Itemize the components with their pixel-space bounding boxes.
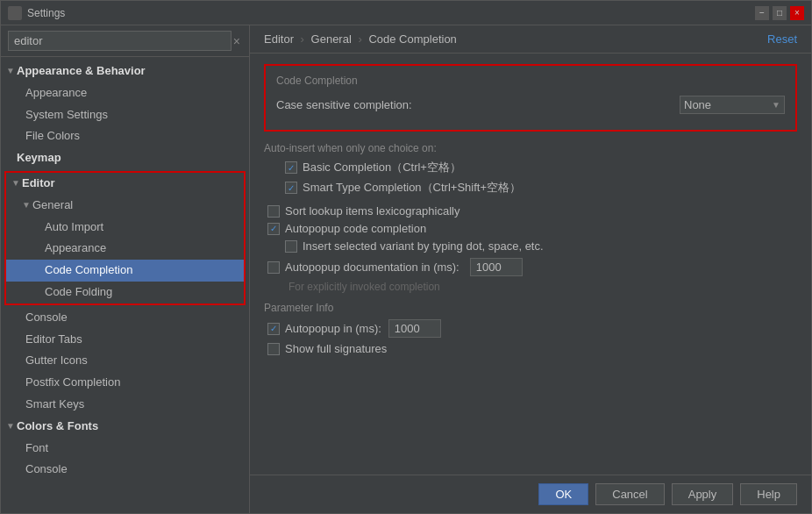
sidebar-item-console2[interactable]: Console	[1, 459, 249, 481]
smart-type-checkbox[interactable]	[285, 182, 297, 194]
basic-completion-label: Basic Completion（Ctrl+空格）	[303, 160, 461, 175]
sidebar-item-keymap[interactable]: ▶ Keymap	[1, 147, 249, 169]
arrow-icon: ▼	[6, 64, 17, 78]
sidebar-item-console[interactable]: Console	[1, 307, 249, 329]
close-button[interactable]: ×	[790, 6, 804, 20]
panel-body: Code Completion Case sensitive completio…	[250, 54, 811, 475]
parameter-info-section: Parameter Info Autopopup in (ms): Show f…	[264, 302, 797, 355]
breadcrumb-sep-1: ›	[301, 32, 304, 46]
autopopup-doc-row: Autopopup documentation in (ms):	[264, 258, 797, 276]
sidebar-item-editor-tabs[interactable]: Editor Tabs	[1, 329, 249, 351]
parameter-info-title: Parameter Info	[264, 302, 797, 314]
sidebar-item-system-settings[interactable]: System Settings	[1, 104, 249, 126]
show-full-row: Show full signatures	[264, 342, 797, 355]
search-clear-button[interactable]: ×	[231, 34, 242, 48]
breadcrumb-part-3: Code Completion	[368, 32, 456, 46]
autopopup-row: Autopopup code completion	[264, 222, 797, 235]
autopopup-doc-hint: For explicitly invoked completion	[264, 281, 797, 293]
sidebar-item-postfix-completion[interactable]: Postfix Completion	[1, 372, 249, 394]
sidebar-item-appearance-behavior[interactable]: ▼ Appearance & Behavior	[1, 61, 249, 82]
show-full-label: Show full signatures	[285, 342, 387, 355]
sidebar-item-auto-import[interactable]: Auto Import	[6, 217, 244, 239]
breadcrumb: Editor › General › Code Completion	[264, 32, 457, 46]
case-sensitive-dropdown[interactable]: None ▼	[680, 96, 785, 114]
dropdown-arrow-icon: ▼	[772, 100, 780, 110]
insert-selected-row: Insert selected variant by typing dot, s…	[264, 239, 797, 253]
sort-lookup-row: Sort lookup items lexicographically	[264, 204, 797, 218]
sidebar-item-file-colors[interactable]: File Colors	[1, 125, 249, 147]
auto-insert-title: Auto-insert when only one choice on:	[264, 142, 797, 154]
insert-selected-label: Insert selected variant by typing dot, s…	[303, 239, 544, 253]
smart-type-label: Smart Type Completion（Ctrl+Shift+空格）	[303, 180, 521, 196]
sidebar-item-general[interactable]: ▼ General	[6, 195, 244, 217]
basic-completion-checkbox[interactable]	[285, 161, 297, 174]
help-button[interactable]: Help	[740, 483, 797, 505]
sidebar-item-code-folding[interactable]: Code Folding	[6, 282, 244, 303]
footer: OK Cancel Apply Help	[250, 475, 811, 513]
editor-section-highlight: ▼ Editor ▼ General Auto Import Appearanc…	[4, 171, 246, 305]
right-panel: Editor › General › Code Completion Reset…	[250, 25, 811, 513]
autopopup-checkbox[interactable]	[267, 223, 280, 235]
options-section: Sort lookup items lexicographically Auto…	[264, 204, 797, 293]
editor-arrow-icon: ▼	[11, 176, 22, 190]
autopopup-label: Autopopup code completion	[285, 222, 426, 235]
sidebar-tree: ▼ Appearance & Behavior Appearance Syste…	[1, 57, 249, 513]
breadcrumb-bar: Editor › General › Code Completion Reset	[250, 25, 811, 54]
sidebar-item-code-completion[interactable]: Code Completion	[6, 260, 244, 282]
colors-arrow-icon: ▼	[6, 419, 17, 433]
autopopup-doc-label: Autopopup documentation in (ms):	[285, 261, 459, 274]
sidebar-item-font[interactable]: Font	[1, 438, 249, 460]
auto-insert-section: Auto-insert when only one choice on: Bas…	[264, 142, 797, 196]
insert-selected-checkbox[interactable]	[285, 240, 297, 253]
ok-button[interactable]: OK	[538, 483, 588, 505]
sidebar-item-smart-keys[interactable]: Smart Keys	[1, 394, 249, 416]
maximize-button[interactable]: □	[773, 6, 787, 20]
smart-type-row: Smart Type Completion（Ctrl+Shift+空格）	[264, 180, 797, 196]
show-full-checkbox[interactable]	[267, 343, 280, 355]
window-title: Settings	[27, 7, 755, 19]
apply-button[interactable]: Apply	[672, 483, 734, 505]
window-controls: − □ ×	[755, 6, 804, 20]
settings-window: Settings − □ × × ▼ Appearance & Behavior…	[0, 0, 812, 514]
main-content: × ▼ Appearance & Behavior Appearance Sys…	[1, 25, 811, 513]
general-arrow-icon: ▼	[22, 198, 32, 212]
search-box: ×	[1, 25, 249, 57]
sort-lookup-checkbox[interactable]	[267, 205, 280, 218]
case-sensitive-label: Case sensitive completion:	[276, 98, 412, 111]
code-completion-title: Code Completion	[276, 75, 785, 87]
case-sensitive-value: None	[684, 98, 711, 111]
param-autopopup-checkbox[interactable]	[267, 323, 280, 335]
param-autopopup-label: Autopopup in (ms):	[285, 322, 381, 335]
breadcrumb-sep-2: ›	[358, 32, 361, 46]
search-input[interactable]	[8, 31, 231, 51]
basic-completion-row: Basic Completion（Ctrl+空格）	[264, 160, 797, 175]
sort-lookup-label: Sort lookup items lexicographically	[285, 204, 459, 218]
sidebar-item-appearance2[interactable]: Appearance	[6, 238, 244, 260]
autopopup-doc-input[interactable]	[470, 258, 523, 276]
sidebar-item-colors-fonts[interactable]: ▼ Colors & Fonts	[1, 416, 249, 438]
reset-button[interactable]: Reset	[767, 32, 797, 46]
param-autopopup-input[interactable]	[388, 319, 441, 338]
case-sensitive-row: Case sensitive completion: None ▼	[276, 94, 785, 116]
breadcrumb-part-2: General	[311, 32, 352, 46]
sidebar-item-appearance[interactable]: Appearance	[1, 82, 249, 104]
app-icon	[8, 6, 22, 20]
code-completion-section: Code Completion Case sensitive completio…	[264, 64, 797, 132]
param-autopopup-row: Autopopup in (ms):	[264, 319, 797, 338]
sidebar-item-editor[interactable]: ▼ Editor	[6, 173, 244, 195]
sidebar-item-gutter-icons[interactable]: Gutter Icons	[1, 350, 249, 372]
breadcrumb-part-1: Editor	[264, 32, 294, 46]
case-sensitive-select-wrapper: None ▼	[680, 96, 785, 114]
minimize-button[interactable]: −	[755, 6, 769, 20]
cancel-button[interactable]: Cancel	[595, 483, 664, 505]
sidebar: × ▼ Appearance & Behavior Appearance Sys…	[1, 25, 250, 513]
title-bar: Settings − □ ×	[1, 1, 811, 25]
autopopup-doc-checkbox[interactable]	[267, 261, 280, 274]
